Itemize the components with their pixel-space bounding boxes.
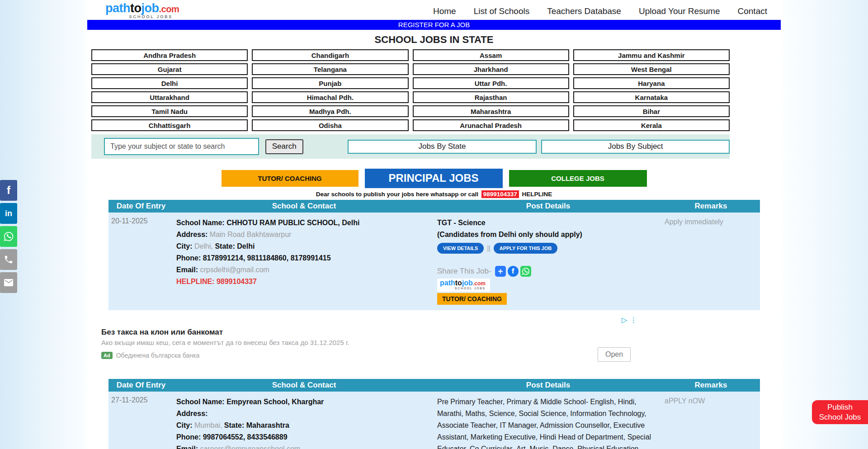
school-name-label: School Name: (176, 398, 225, 406)
tutor-coaching-tag[interactable]: TUTOR/ COACHING (437, 293, 507, 305)
row-helpline-label: HELPLINE: (176, 278, 214, 285)
state-label: State: (215, 242, 235, 250)
state-button-punjab[interactable]: Punjab (252, 77, 408, 89)
tutor-coaching-button[interactable]: TUTOR/ COACHING (222, 170, 359, 187)
share-plus-icon[interactable]: + (495, 266, 506, 277)
helpline-number: 9899104337 (481, 190, 519, 198)
address-line: Address: Main Road Bakhtawarpur (176, 229, 431, 241)
nav-upload-your-resume[interactable]: Upload Your Resume (639, 6, 720, 16)
helpline-prefix: Dear schools to publish your jobs here w… (316, 191, 478, 198)
city-value: Mumbai, (194, 421, 222, 429)
email-label: Email: (176, 445, 198, 449)
publish-line2: School Jobs (819, 412, 861, 422)
site-header: pathtojob.com SCHOOL JOBS Home List of S… (87, 0, 781, 20)
job-school-contact: School Name: Empyrean School, Kharghar A… (174, 392, 434, 449)
phone-value: 8178991214, 9811184860, 8178991415 (203, 254, 331, 262)
state-button-delhi[interactable]: Delhi (91, 77, 248, 89)
phone-icon[interactable] (0, 249, 17, 270)
ad-open-button[interactable]: Open (598, 347, 631, 362)
state-button-madhya-pdh[interactable]: Madhya Pdh. (252, 105, 408, 117)
state-button-jharkhand[interactable]: Jharkhand (413, 63, 569, 75)
state-button-karnataka[interactable]: Karnataka (573, 91, 730, 103)
states-grid: Andhra Pradesh Chandigarh Assam Jammu an… (91, 49, 730, 131)
state-button-chhattisgarh[interactable]: Chhattisgarh (91, 119, 248, 131)
state-button-rajasthan[interactable]: Rajasthan (413, 91, 569, 103)
page-title: SCHOOL JOBS IN STATE (87, 34, 781, 46)
school-name-value: Empyrean School, Kharghar (226, 398, 324, 406)
state-button-gujarat[interactable]: Gujarat (91, 63, 248, 75)
address-line: Address: (176, 408, 431, 420)
envelope-glyph (3, 277, 14, 288)
facebook-icon[interactable]: f (0, 180, 17, 201)
facebook-share-icon[interactable]: f (508, 266, 519, 277)
state-value: Maharashtra (246, 421, 289, 429)
ad-body: Ако вкъщи имаш кеш, сега е моментът да г… (101, 339, 644, 346)
state-button-jammu-and-kashmir[interactable]: Jammu and Kashmir (573, 49, 730, 61)
address-label: Address: (176, 231, 208, 238)
mini-logo[interactable]: pathtojob.com SCHOOL JOBS (437, 279, 490, 292)
state-button-assam[interactable]: Assam (413, 49, 569, 61)
state-button-tamil-nadu[interactable]: Tamil Nadu (91, 105, 248, 117)
post-note: (Candidates from Delhi only should apply… (437, 229, 658, 241)
state-button-kerala[interactable]: Kerala (573, 119, 730, 131)
state-button-west-bengal[interactable]: West Bengal (573, 63, 730, 75)
state-button-uttarakhand[interactable]: Uttarakhand (91, 91, 248, 103)
search-button[interactable]: Search (265, 139, 303, 154)
register-banner[interactable]: REGISTER FOR A JOB (87, 20, 781, 30)
nav-contact[interactable]: Contact (738, 6, 767, 16)
state-button-haryana[interactable]: Haryana (573, 77, 730, 89)
site-logo[interactable]: pathtojob.com SCHOOL JOBS (105, 2, 179, 19)
category-buttons: TUTOR/ COACHING PRINCIPAL JOBS COLLEGE J… (87, 168, 781, 188)
col-header-remarks: Remarks (662, 381, 760, 390)
linkedin-icon[interactable]: in (0, 203, 17, 224)
adchoices-icon[interactable]: ▷ (622, 316, 627, 324)
publish-school-jobs-button[interactable]: Publish School Jobs (812, 400, 868, 424)
job-actions: VIEW DETAILS || APPLY FOR THIS JOB (437, 243, 658, 254)
jobs-by-subject-select[interactable]: Jobs By Subject (541, 140, 730, 154)
whatsapp-share-icon[interactable] (520, 266, 531, 277)
state-button-arunachal-pradesh[interactable]: Arunachal Pradesh (413, 119, 569, 131)
jobs-table-2: Date Of Entry School & Contact Post Deta… (108, 379, 760, 449)
social-share-bar: f in (0, 180, 17, 295)
nav-home[interactable]: Home (433, 6, 456, 16)
publish-line1: Publish (827, 402, 853, 412)
nav-list-of-schools[interactable]: List of Schools (474, 6, 530, 16)
post-description: Pre Primary Teacher, Primary & Middle Sc… (437, 396, 658, 449)
email-icon[interactable] (0, 272, 17, 293)
col-header-remarks: Remarks (662, 202, 760, 211)
search-input[interactable] (104, 138, 259, 155)
email-label: Email: (176, 266, 198, 274)
col-header-date: Date Of Entry (108, 381, 174, 390)
state-button-uttar-pdh[interactable]: Uttar Pdh. (413, 77, 569, 89)
whatsapp-glyph (3, 231, 14, 242)
col-header-post: Post Details (434, 381, 662, 390)
state-button-telangana[interactable]: Telangana (252, 63, 408, 75)
view-details-button[interactable]: VIEW DETAILS (437, 243, 484, 254)
principal-jobs-button[interactable]: PRINCIPAL JOBS (365, 169, 503, 188)
college-jobs-button[interactable]: COLLEGE JOBS (509, 170, 647, 187)
email-line: Email: crpsdelhi@gmail.com (176, 264, 431, 276)
ad-badge: Ad (101, 352, 113, 359)
state-button-odisha[interactable]: Odisha (252, 119, 408, 131)
ad-meta: Ad Обединена българска банка (101, 352, 199, 359)
state-button-himachal-pdh[interactable]: Himachal Pdh. (252, 91, 408, 103)
share-row: Share This Job- + f (437, 266, 658, 277)
apply-for-job-button[interactable]: APPLY FOR THIS JOB (494, 243, 558, 254)
phone-value: 9987064552, 8433546889 (203, 433, 288, 441)
share-label: Share This Job- (437, 267, 491, 276)
state-button-chandigarh[interactable]: Chandigarh (252, 49, 408, 61)
ad-title: Без такса на клон или банкомат (101, 321, 644, 337)
state-button-bihar[interactable]: Bihar (573, 105, 730, 117)
table-header-row: Date Of Entry School & Contact Post Deta… (108, 379, 760, 392)
jobs-by-state-select[interactable]: Jobs By State (348, 140, 537, 154)
state-button-maharashtra[interactable]: Maharashtra (413, 105, 569, 117)
advertisement: ▷ ⋮ Без такса на клон или банкомат Ако в… (101, 321, 644, 368)
whatsapp-icon[interactable] (0, 226, 17, 247)
email-value: crpsdelhi@gmail.com (200, 266, 269, 274)
state-button-andhra-pradesh[interactable]: Andhra Pradesh (91, 49, 248, 61)
nav-teachers-database[interactable]: Teachers Database (547, 6, 621, 16)
ad-menu-dots-icon[interactable]: ⋮ (630, 316, 637, 324)
logo-job: job (141, 1, 159, 15)
job-remarks: aPPLY nOW (662, 392, 760, 411)
city-value: Delhi, (194, 242, 213, 250)
